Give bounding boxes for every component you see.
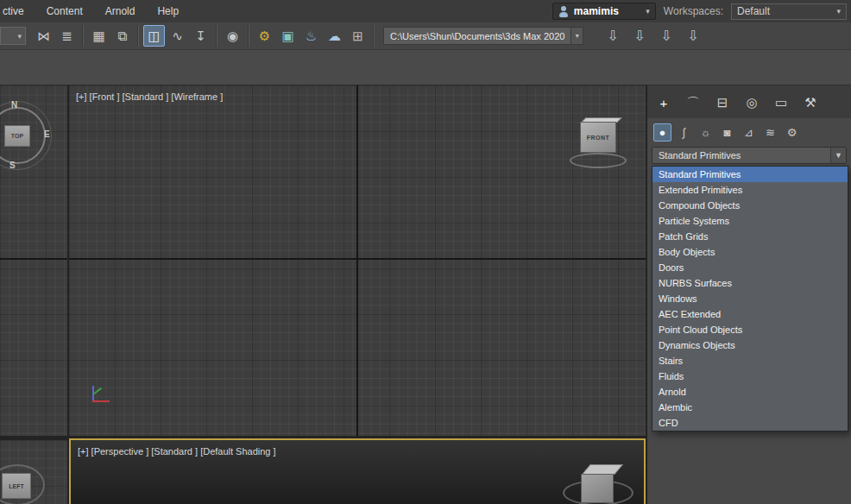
menu-item-arnold[interactable]: Arnold xyxy=(94,0,147,22)
viewcube-front-assembly[interactable]: FRONT xyxy=(572,115,626,168)
command-panel: +⌒⊟◎▭⚒ ●∫☼◙⊿≋⚙ Standard Primitives ▼ Sta… xyxy=(647,85,851,504)
toolbar-separator xyxy=(82,25,84,47)
render-production-icon[interactable]: ♨ xyxy=(300,25,322,47)
x-axis-icon xyxy=(92,400,110,402)
viewcube-perspective[interactable] xyxy=(563,461,637,504)
window-down-arrow-icon-1[interactable]: ⇩ xyxy=(602,25,623,47)
left-viewport[interactable]: LEFT xyxy=(0,440,67,504)
layer-manager-icon[interactable]: ▦ xyxy=(88,25,110,47)
menu-bar: ctiveContentArnoldHelp mamimis ▾ Workspa… xyxy=(0,0,851,22)
render-in-cloud-icon[interactable]: ☁ xyxy=(324,25,345,47)
primitive-category-item[interactable]: Dynamics Objects xyxy=(652,337,848,353)
render-flyout-icon[interactable]: ⊞ xyxy=(347,25,369,47)
grid-axis-line xyxy=(69,258,646,260)
viewcube-front[interactable]: FRONT xyxy=(580,122,616,153)
window-down-arrow-icon-2[interactable]: ⇩ xyxy=(628,25,650,47)
primitive-category-item[interactable]: Arnold xyxy=(652,384,848,400)
viewcube-frontface-icon xyxy=(581,474,614,503)
lights-category[interactable]: ☼ xyxy=(697,123,715,142)
chevron-down-icon: ▾ xyxy=(836,7,841,16)
axis-tripod-icon xyxy=(90,384,121,415)
toolbar-separator xyxy=(216,25,217,47)
display-tab[interactable]: ▭ xyxy=(772,93,791,112)
compass-north[interactable]: N xyxy=(11,100,17,110)
object-type-dropdown[interactable]: Standard Primitives ▼ xyxy=(652,147,847,164)
project-folder-dropdown-arrow[interactable]: ▾ xyxy=(570,27,583,45)
scene-explorer-icon[interactable]: ⧉ xyxy=(111,25,133,47)
primitive-category-item[interactable]: AEC Extended xyxy=(652,306,848,322)
front-viewport-label[interactable]: [+] [Front ] [Standard ] [Wireframe ] xyxy=(76,91,223,102)
toolbar-dock-strip xyxy=(0,50,851,85)
primitive-category-item[interactable]: Extended Primitives xyxy=(652,182,848,198)
render-setup-icon[interactable]: ⚙ xyxy=(254,25,275,47)
window-down-arrow-icon-4[interactable]: ⇩ xyxy=(682,25,703,47)
workspace-dropdown[interactable]: Default ▾ xyxy=(731,3,847,20)
utilities-tab[interactable]: ⚒ xyxy=(801,93,820,112)
compass-east[interactable]: E xyxy=(44,129,50,139)
perspective-viewport[interactable]: [+] [Perspective ] [Standard ] [Default … xyxy=(69,438,646,504)
menu-item-ctive[interactable]: ctive xyxy=(0,0,35,22)
systems-category[interactable]: ⚙ xyxy=(783,123,801,142)
grid-axis-line xyxy=(0,258,67,260)
selection-filter-dropdown[interactable]: ▾ xyxy=(0,27,26,45)
primitive-category-item[interactable]: Doors xyxy=(652,260,848,275)
window-down-arrow-icon-3[interactable]: ⇩ xyxy=(655,25,677,47)
helpers-category[interactable]: ⊿ xyxy=(740,123,758,142)
user-icon xyxy=(558,6,569,17)
3ds-max-window: ctiveContentArnoldHelp mamimis ▾ Workspa… xyxy=(0,0,851,504)
motion-tab[interactable]: ◎ xyxy=(742,93,761,112)
dope-sheet-icon[interactable]: ↧ xyxy=(190,25,211,47)
toolbar-separator xyxy=(137,25,139,47)
workspaces-label: Workspaces: xyxy=(664,5,723,17)
rendered-frame-window-icon[interactable]: ▣ xyxy=(277,25,299,47)
chevron-down-icon[interactable]: ▼ xyxy=(830,148,846,163)
primitive-category-item[interactable]: Body Objects xyxy=(652,244,848,260)
menu-item-help[interactable]: Help xyxy=(146,0,190,22)
align-icon[interactable]: ≣ xyxy=(56,25,78,47)
cameras-category[interactable]: ◙ xyxy=(718,123,736,142)
shapes-category[interactable]: ∫ xyxy=(675,123,693,142)
project-folder-field[interactable]: C:\Users\Shun\Documents\3ds Max 2020 xyxy=(383,27,570,45)
primitive-category-item[interactable]: Compound Objects xyxy=(652,198,848,213)
front-viewport[interactable]: [+] [Front ] [Standard ] [Wireframe ] FR… xyxy=(69,85,646,436)
grid-axis-line xyxy=(356,85,358,436)
primitive-category-item[interactable]: NURBS Surfaces xyxy=(652,275,848,291)
viewcube-top[interactable]: TOP xyxy=(4,125,30,147)
primitives-dropdown-list: Standard PrimitivesExtended PrimitivesCo… xyxy=(652,166,848,432)
compass-south[interactable]: S xyxy=(9,161,16,170)
primitive-category-item[interactable]: Stairs xyxy=(652,353,848,369)
main-toolbar: ▾ ⋈≣▦⧉◫∿↧◉⚙▣♨☁⊞ C:\Users\Shun\Documents\… xyxy=(0,22,851,50)
viewcube-left[interactable]: LEFT xyxy=(2,473,31,499)
user-account-dropdown[interactable]: mamimis ▾ xyxy=(552,3,656,20)
toolbar-file-icon-group: ⇩⇩⇩⇩ xyxy=(599,25,706,47)
modify-tab[interactable]: ⌒ xyxy=(684,93,703,112)
material-editor-icon[interactable]: ◉ xyxy=(222,25,243,47)
primitive-category-item[interactable]: Patch Grids xyxy=(652,229,848,244)
primitive-category-item[interactable]: Standard Primitives xyxy=(652,167,848,182)
viewport-area: N E S W TOP [+] [Front ] [Standard ] [Wi… xyxy=(0,85,851,504)
chevron-down-icon: ▾ xyxy=(646,7,650,16)
toolbar-separator xyxy=(248,25,249,47)
create-categories: ●∫☼◙⊿≋⚙ xyxy=(653,121,801,143)
top-viewport[interactable]: N E S W TOP xyxy=(0,85,67,436)
menu-bar-right: mamimis ▾ Workspaces: Default ▾ xyxy=(552,3,851,20)
user-name: mamimis xyxy=(574,5,619,17)
primitive-category-item[interactable]: Alembic xyxy=(652,400,848,415)
space-warps-category[interactable]: ≋ xyxy=(761,123,779,142)
mirror-icon[interactable]: ⋈ xyxy=(33,25,54,47)
curve-editor-icon[interactable]: ∿ xyxy=(167,25,188,47)
command-panel-tabs: +⌒⊟◎▭⚒ xyxy=(654,91,820,115)
geometry-category[interactable]: ● xyxy=(653,123,671,142)
toggle-layer-explorer-button[interactable]: ◫ xyxy=(143,25,165,47)
primitive-category-item[interactable]: Fluids xyxy=(652,369,848,384)
primitive-category-item[interactable]: Windows xyxy=(652,291,848,306)
primitive-category-item[interactable]: Particle Systems xyxy=(652,213,848,229)
primitive-category-item[interactable]: Point Cloud Objects xyxy=(652,322,848,337)
create-tab[interactable]: + xyxy=(654,93,673,112)
primitive-category-item[interactable]: CFD xyxy=(652,415,848,431)
menu-item-content[interactable]: Content xyxy=(35,0,94,22)
menu-bar-items: ctiveContentArnoldHelp xyxy=(0,0,190,22)
perspective-viewport-label[interactable]: [+] [Perspective ] [Standard ] [Default … xyxy=(78,446,276,457)
chevron-down-icon: ▾ xyxy=(17,32,22,41)
hierarchy-tab[interactable]: ⊟ xyxy=(713,93,732,112)
